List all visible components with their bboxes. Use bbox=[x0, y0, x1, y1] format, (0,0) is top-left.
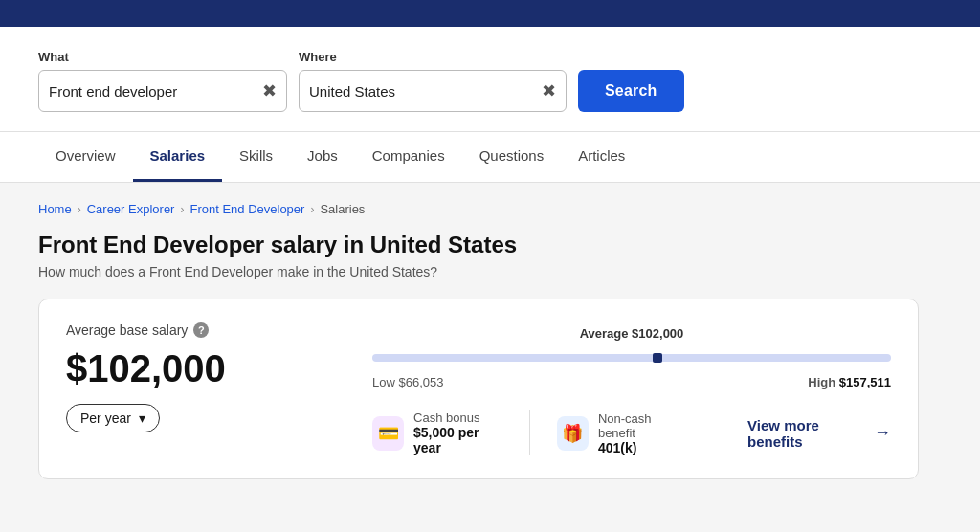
breadcrumb-role[interactable]: Front End Developer bbox=[189, 202, 304, 216]
search-button[interactable]: Search bbox=[578, 70, 684, 112]
period-selector[interactable]: Per year ▾ bbox=[66, 404, 160, 432]
salary-bar-bg bbox=[372, 354, 891, 362]
tab-companies[interactable]: Companies bbox=[355, 132, 462, 182]
noncash-benefit-icon: 🎁 bbox=[557, 416, 589, 451]
tab-articles[interactable]: Articles bbox=[561, 132, 642, 182]
cash-bonus-label: Cash bonus bbox=[413, 410, 502, 425]
where-label: Where bbox=[299, 50, 567, 64]
benefit-cash-text: Cash bonus $5,000 per year bbox=[413, 410, 502, 455]
breadcrumb-sep-3: › bbox=[310, 203, 314, 216]
arrow-right-icon: → bbox=[874, 423, 891, 443]
breadcrumb-current: Salaries bbox=[320, 202, 365, 216]
chart-high-text: High bbox=[808, 375, 835, 389]
what-input-wrapper: ✖ bbox=[38, 70, 287, 112]
benefit-noncash: 🎁 Non-cash benefit 401(k) bbox=[557, 411, 711, 455]
help-icon[interactable]: ? bbox=[193, 322, 209, 338]
benefit-cash: 💳 Cash bonus $5,000 per year bbox=[372, 410, 530, 455]
chart-low-label: Low $66,053 bbox=[372, 375, 443, 389]
chart-high-value: $157,511 bbox=[839, 375, 891, 389]
main-content: Home › Career Explorer › Front End Devel… bbox=[0, 183, 957, 508]
breadcrumb-sep-2: › bbox=[180, 203, 184, 216]
chart-low-value: $66,053 bbox=[398, 375, 443, 389]
where-input-wrapper: ✖ bbox=[299, 70, 567, 112]
search-section: What ✖ Where ✖ Search bbox=[0, 27, 980, 132]
chart-avg-value: $102,000 bbox=[632, 326, 683, 341]
tab-skills[interactable]: Skills bbox=[222, 132, 290, 182]
salary-bar-marker bbox=[653, 353, 662, 363]
chart-low-text: Low bbox=[372, 375, 395, 389]
benefits-row: 💳 Cash bonus $5,000 per year 🎁 Non-cash … bbox=[372, 410, 891, 455]
avg-label-row: Average base salary ? bbox=[66, 322, 334, 338]
what-input[interactable] bbox=[49, 83, 256, 100]
cash-bonus-value: $5,000 per year bbox=[413, 425, 502, 455]
noncash-benefit-label: Non-cash benefit bbox=[598, 411, 684, 440]
view-more-benefits-link[interactable]: View more benefits → bbox=[747, 417, 891, 450]
breadcrumb: Home › Career Explorer › Front End Devel… bbox=[38, 202, 919, 216]
where-clear-button[interactable]: ✖ bbox=[542, 80, 556, 101]
tab-overview[interactable]: Overview bbox=[38, 132, 133, 182]
page-subtitle: How much does a Front End Developer make… bbox=[38, 264, 919, 279]
salary-left: Average base salary ? $102,000 Per year … bbox=[66, 322, 334, 432]
where-field: Where ✖ bbox=[299, 50, 567, 112]
cash-bonus-icon: 💳 bbox=[372, 416, 404, 451]
tab-questions[interactable]: Questions bbox=[462, 132, 562, 182]
what-clear-button[interactable]: ✖ bbox=[262, 80, 277, 101]
chart-avg-text: Average bbox=[580, 326, 629, 341]
nav-tabs: Overview Salaries Skills Jobs Companies … bbox=[0, 132, 980, 183]
breadcrumb-sep-1: › bbox=[78, 203, 81, 216]
noncash-benefit-value: 401(k) bbox=[598, 440, 684, 455]
salary-card: Average base salary ? $102,000 Per year … bbox=[38, 299, 919, 479]
breadcrumb-home[interactable]: Home bbox=[38, 202, 72, 216]
salary-amount: $102,000 bbox=[66, 347, 334, 390]
chart-high-label: High $157,511 bbox=[808, 375, 891, 389]
breadcrumb-career-explorer[interactable]: Career Explorer bbox=[87, 202, 175, 216]
page-title: Front End Developer salary in United Sta… bbox=[38, 232, 919, 258]
view-more-text: View more benefits bbox=[747, 417, 866, 450]
salary-bar-container bbox=[372, 346, 891, 369]
where-input[interactable] bbox=[309, 83, 536, 100]
what-field: What ✖ bbox=[38, 50, 287, 112]
header-bar bbox=[0, 0, 980, 27]
avg-label-text: Average base salary bbox=[66, 322, 188, 338]
period-chevron-icon: ▾ bbox=[139, 410, 145, 426]
tab-salaries[interactable]: Salaries bbox=[133, 132, 223, 182]
chart-labels: Low $66,053 High $157,511 bbox=[372, 375, 891, 389]
tab-jobs[interactable]: Jobs bbox=[290, 132, 355, 182]
what-label: What bbox=[38, 50, 287, 64]
search-row: What ✖ Where ✖ Search bbox=[38, 50, 900, 112]
period-label: Per year bbox=[80, 410, 131, 426]
salary-right: Average $102,000 Low $66,053 High $157,5… bbox=[372, 322, 891, 455]
chart-avg-label: Average $102,000 bbox=[372, 326, 891, 341]
benefit-noncash-text: Non-cash benefit 401(k) bbox=[598, 411, 684, 455]
